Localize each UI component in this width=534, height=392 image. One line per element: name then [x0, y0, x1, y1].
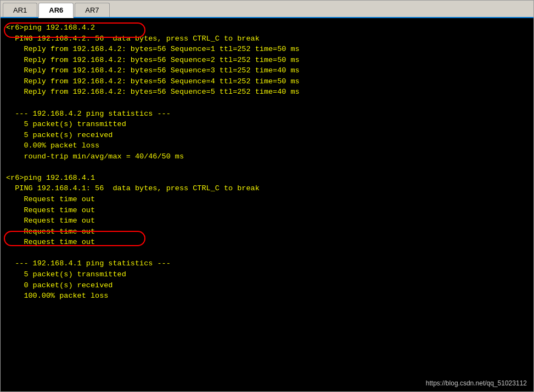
terminal-text: <r6>ping 192.168.4.2 PING 192.168.4.2: 5…: [6, 22, 528, 302]
main-window: AR1 AR6 AR7 <r6>ping 192.168.4.2 PING 19…: [0, 0, 534, 392]
tab-ar1[interactable]: AR1: [3, 3, 37, 17]
tab-ar7[interactable]: AR7: [75, 3, 109, 17]
watermark: https://blog.csdn.net/qq_51023112: [426, 379, 527, 387]
tab-bar: AR1 AR6 AR7: [1, 1, 533, 18]
tab-ar6[interactable]: AR6: [38, 3, 74, 18]
terminal-output: <r6>ping 192.168.4.2 PING 192.168.4.2: 5…: [1, 18, 533, 391]
